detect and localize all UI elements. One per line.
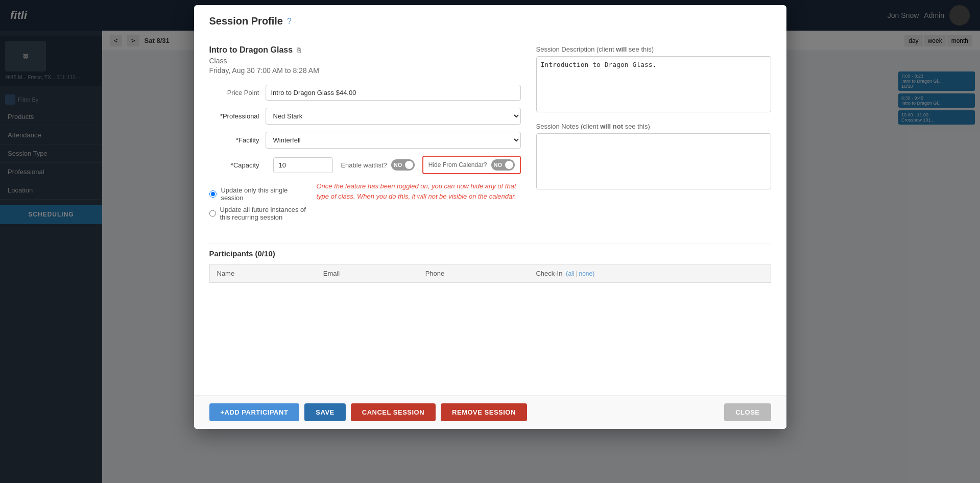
checkin-links: (all|none) (564, 270, 594, 277)
session-datetime: Friday, Aug 30 7:00 AM to 8:28 AM (209, 66, 521, 75)
capacity-label: *Capacity (209, 161, 266, 169)
facility-select[interactable]: Winterfell Castle Black King's Landing (266, 132, 521, 149)
modal-body: Intro to Dragon Glass ⎘ Class Friday, Au… (194, 35, 786, 244)
hide-from-cal-label-state: NO (494, 162, 503, 168)
session-name-text: Intro to Dragon Glass (209, 45, 293, 55)
radio-group: Update only this single session Update a… (209, 186, 306, 225)
session-description-textarea[interactable]: Introduction to Dragon Glass. (536, 56, 771, 112)
hide-from-cal-knob (505, 161, 513, 169)
copy-icon[interactable]: ⎘ (297, 46, 301, 54)
save-button[interactable]: SAVE (304, 403, 345, 421)
facility-label: *Facility (209, 136, 266, 144)
col-name: Name (209, 264, 316, 283)
participants-header: Participants (0/10) (209, 244, 771, 258)
session-type-text: Class (209, 57, 521, 65)
professional-select[interactable]: Ned Stark Jon Snow Arya Stark (266, 108, 521, 125)
cancel-session-button[interactable]: CANCEL SESSION (351, 403, 436, 421)
col-email: Email (316, 264, 418, 283)
facility-row: *Facility Winterfell Castle Black King's… (209, 132, 521, 149)
notes-label: Session Notes (client will not see this) (536, 123, 771, 130)
add-participant-button[interactable]: +ADD PARTICIPANT (209, 403, 300, 421)
capacity-row: *Capacity Enable waitlist? NO Hide From … (209, 156, 521, 174)
waitlist-label: Enable waitlist? (341, 161, 387, 169)
radio-recurring-row: Update all future instances of this recu… (209, 206, 306, 221)
tooltip-red-text: Once the feature has been toggled on, yo… (317, 181, 521, 233)
modal-overlay: Session Profile ? Intro to Dragon Glass … (0, 0, 980, 483)
participants-table: Name Email Phone Check-In (all|none) (209, 264, 771, 283)
modal-header: Session Profile ? (194, 5, 786, 35)
col-phone: Phone (418, 264, 529, 283)
radio-recurring[interactable] (209, 209, 216, 218)
checkin-all-link[interactable]: all (568, 270, 574, 277)
hide-from-cal-label: Hide From Calendar? (428, 161, 487, 168)
modal-footer: +ADD PARTICIPANT SAVE CANCEL SESSION REM… (194, 395, 786, 429)
empty-participants-area (209, 283, 771, 385)
col-checkin: Check-In (all|none) (529, 264, 771, 283)
modal-title: Session Profile (209, 15, 283, 27)
price-point-input[interactable] (266, 85, 521, 101)
capacity-input[interactable] (273, 157, 333, 173)
waitlist-toggle-knob (405, 161, 413, 169)
price-point-row: Price Point (209, 85, 521, 101)
checkin-none-link[interactable]: none (579, 270, 593, 277)
session-name-row: Intro to Dragon Glass ⎘ (209, 45, 521, 55)
radio-recurring-label: Update all future instances of this recu… (220, 206, 306, 221)
modal-right-panel: Session Description (client will see thi… (536, 45, 771, 233)
hide-from-calendar-box: Hide From Calendar? NO (422, 156, 521, 174)
participants-table-head: Name Email Phone Check-In (all|none) (209, 264, 771, 283)
waitlist-toggle[interactable]: NO (391, 159, 415, 171)
desc-label: Session Description (client will see thi… (536, 45, 771, 53)
radio-single-row: Update only this single session (209, 186, 306, 202)
session-notes-textarea[interactable] (536, 133, 771, 189)
help-icon[interactable]: ? (287, 17, 292, 26)
modal-left-panel: Intro to Dragon Glass ⎘ Class Friday, Au… (209, 45, 521, 233)
radio-single-label: Update only this single session (221, 186, 306, 202)
waitlist-toggle-group: Enable waitlist? NO (341, 159, 414, 171)
professional-row: *Professional Ned Stark Jon Snow Arya St… (209, 108, 521, 125)
session-profile-modal: Session Profile ? Intro to Dragon Glass … (194, 5, 786, 429)
remove-session-button[interactable]: REMOVE SESSION (441, 403, 527, 421)
radio-tooltip-area: Update only this single session Update a… (209, 181, 521, 233)
price-point-label: Price Point (209, 89, 266, 96)
close-button[interactable]: CLOSE (724, 403, 771, 421)
professional-label: *Professional (209, 112, 266, 120)
waitlist-toggle-label: NO (394, 162, 402, 168)
participants-table-header-row: Name Email Phone Check-In (all|none) (209, 264, 771, 283)
hide-from-cal-toggle[interactable]: NO (491, 159, 515, 171)
radio-single[interactable] (209, 190, 217, 198)
participants-section: Participants (0/10) Name Email Phone Che… (194, 244, 786, 395)
